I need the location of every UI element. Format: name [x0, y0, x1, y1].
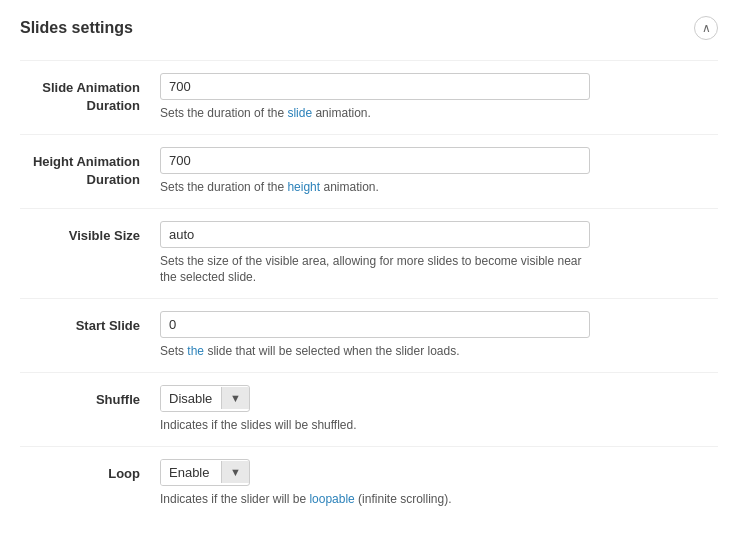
- label-shuffle: Shuffle: [20, 385, 160, 409]
- label-start-slide: Start Slide: [20, 311, 160, 335]
- select-loop[interactable]: EnableDisable: [161, 460, 221, 485]
- hint-link-slide-animation-duration: slide: [287, 106, 312, 120]
- hint-link-height-animation-duration: height: [287, 180, 320, 194]
- content-loop: EnableDisable▼Indicates if the slider wi…: [160, 459, 718, 508]
- collapse-button[interactable]: ∧: [694, 16, 718, 40]
- settings-row-height-animation-duration: Height Animation DurationSets the durati…: [20, 134, 718, 208]
- settings-row-slide-animation-duration: Slide Animation DurationSets the duratio…: [20, 60, 718, 134]
- content-height-animation-duration: Sets the duration of the height animatio…: [160, 147, 718, 196]
- hint-height-animation-duration: Sets the duration of the height animatio…: [160, 179, 590, 196]
- select-wrapper-loop: EnableDisable▼: [160, 459, 250, 486]
- hint-link-start-slide: the: [187, 344, 204, 358]
- hint-start-slide: Sets the slide that will be selected whe…: [160, 343, 590, 360]
- hint-loop: Indicates if the slider will be loopable…: [160, 491, 590, 508]
- select-arrow-shuffle[interactable]: ▼: [221, 387, 249, 409]
- settings-rows: Slide Animation DurationSets the duratio…: [20, 60, 718, 520]
- panel-header: Slides settings ∧: [20, 16, 718, 40]
- slides-settings-panel: Slides settings ∧ Slide Animation Durati…: [0, 0, 738, 536]
- input-slide-animation-duration[interactable]: [160, 73, 590, 100]
- settings-row-loop: LoopEnableDisable▼Indicates if the slide…: [20, 446, 718, 520]
- hint-slide-animation-duration: Sets the duration of the slide animation…: [160, 105, 590, 122]
- content-start-slide: Sets the slide that will be selected whe…: [160, 311, 718, 360]
- input-start-slide[interactable]: [160, 311, 590, 338]
- settings-row-start-slide: Start SlideSets the slide that will be s…: [20, 298, 718, 372]
- input-visible-size[interactable]: [160, 221, 590, 248]
- label-slide-animation-duration: Slide Animation Duration: [20, 73, 160, 115]
- settings-row-visible-size: Visible SizeSets the size of the visible…: [20, 208, 718, 299]
- input-height-animation-duration[interactable]: [160, 147, 590, 174]
- content-slide-animation-duration: Sets the duration of the slide animation…: [160, 73, 718, 122]
- page-title: Slides settings: [20, 19, 133, 37]
- content-shuffle: DisableEnable▼Indicates if the slides wi…: [160, 385, 718, 434]
- content-visible-size: Sets the size of the visible area, allow…: [160, 221, 718, 287]
- label-visible-size: Visible Size: [20, 221, 160, 245]
- hint-visible-size: Sets the size of the visible area, allow…: [160, 253, 590, 287]
- hint-shuffle: Indicates if the slides will be shuffled…: [160, 417, 590, 434]
- select-wrapper-shuffle: DisableEnable▼: [160, 385, 250, 412]
- select-shuffle[interactable]: DisableEnable: [161, 386, 221, 411]
- select-arrow-loop[interactable]: ▼: [221, 461, 249, 483]
- label-height-animation-duration: Height Animation Duration: [20, 147, 160, 189]
- label-loop: Loop: [20, 459, 160, 483]
- hint-link-loop: loopable: [309, 492, 354, 506]
- settings-row-shuffle: ShuffleDisableEnable▼Indicates if the sl…: [20, 372, 718, 446]
